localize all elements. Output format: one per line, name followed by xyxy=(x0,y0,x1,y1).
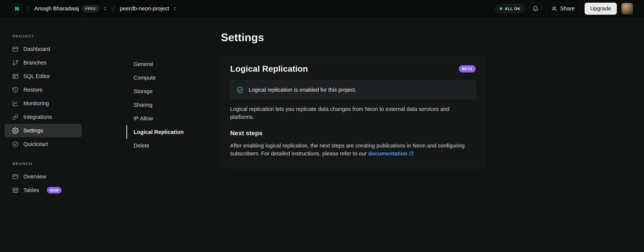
sql-editor-icon xyxy=(12,73,19,80)
documentation-link-label: documentation xyxy=(368,150,408,156)
sidebar-item-label: Dashboard xyxy=(24,46,50,52)
integrations-icon xyxy=(12,114,19,120)
page-title: Settings xyxy=(221,31,264,44)
sidebar: PROJECT Dashboard Branches SQL Editor Re… xyxy=(0,17,86,252)
documentation-link[interactable]: documentation xyxy=(368,150,414,156)
card-description: Logical replication lets you replicate d… xyxy=(230,105,472,121)
sidebar-item-label: Restore xyxy=(24,87,43,93)
sidebar-item-branches[interactable]: Branches xyxy=(4,56,82,70)
check-circle-icon xyxy=(12,141,19,148)
header-actions: ALL OK Share Upgrade xyxy=(495,3,633,15)
breadcrumb-org[interactable]: Amogh Bharadwaj FREE xyxy=(34,5,107,12)
sidebar-item-settings[interactable]: Settings xyxy=(4,124,82,137)
top-bar: / Amogh Bharadwaj FREE / peerdb-neon-pro… xyxy=(0,0,644,17)
sidebar-item-restore[interactable]: Restore xyxy=(4,83,82,96)
neon-logo[interactable] xyxy=(12,4,22,14)
breadcrumb-project[interactable]: peerdb-neon-project xyxy=(120,6,177,12)
logical-replication-card: Logical Replication BETA Logical replica… xyxy=(221,56,485,168)
sidebar-item-label: Quickstart xyxy=(24,141,48,147)
breadcrumb: / Amogh Bharadwaj FREE / peerdb-neon-pro… xyxy=(12,4,177,14)
status-label: ALL OK xyxy=(505,6,521,11)
status-dot xyxy=(500,7,502,10)
sidebar-item-quickstart[interactable]: Quickstart xyxy=(4,137,82,151)
upgrade-button[interactable]: Upgrade xyxy=(584,3,617,15)
breadcrumb-separator: / xyxy=(26,5,30,12)
main-content: Settings General Compute Storage Sharing… xyxy=(86,17,644,252)
settings-nav-compute[interactable]: Compute xyxy=(126,71,184,84)
plan-badge: FREE xyxy=(82,5,99,12)
avatar[interactable] xyxy=(621,3,633,14)
org-name: Amogh Bharadwaj xyxy=(34,6,79,12)
project-name: peerdb-neon-project xyxy=(120,6,169,12)
next-steps-text: After enabling logical replication, the … xyxy=(230,142,472,158)
sidebar-item-label: Settings xyxy=(24,128,43,134)
settings-nav-storage[interactable]: Storage xyxy=(126,84,184,98)
sidebar-section-branch: BRANCH xyxy=(12,162,86,166)
sidebar-item-dashboard[interactable]: Dashboard xyxy=(4,42,82,56)
settings-nav-sharing[interactable]: Sharing xyxy=(126,98,184,112)
sidebar-section-project: PROJECT xyxy=(12,34,86,38)
restore-history-icon xyxy=(12,86,19,93)
new-badge: NEW xyxy=(47,187,62,194)
external-link-icon xyxy=(409,151,414,156)
chevron-updown-icon xyxy=(102,6,108,11)
bell-icon xyxy=(532,6,538,12)
sidebar-item-sql-editor[interactable]: SQL Editor xyxy=(4,70,82,83)
next-steps-body: After enabling logical replication, the … xyxy=(230,142,464,156)
share-button[interactable]: Share xyxy=(546,3,580,15)
sidebar-item-label: Integrations xyxy=(24,114,52,120)
settings-nav-logical-replication[interactable]: Logical Replication xyxy=(126,125,184,139)
success-alert: Logical replication is enabled for this … xyxy=(230,80,476,99)
sidebar-item-label: Overview xyxy=(24,174,46,180)
sidebar-item-overview[interactable]: Overview xyxy=(4,170,82,183)
neon-logo-icon xyxy=(14,6,20,12)
settings-nav-ip-allow[interactable]: IP Allow xyxy=(126,112,184,125)
dashboard-icon xyxy=(12,46,19,52)
sidebar-item-label: SQL Editor xyxy=(24,73,50,80)
sidebar-item-label: Tables xyxy=(24,187,39,193)
sidebar-item-integrations[interactable]: Integrations xyxy=(4,110,82,124)
status-badge[interactable]: ALL OK xyxy=(495,4,525,14)
sidebar-item-label: Monitoring xyxy=(24,100,49,106)
overview-icon xyxy=(12,173,19,180)
card-header: Logical Replication BETA xyxy=(230,64,476,74)
chevron-updown-icon xyxy=(172,6,177,11)
alert-text: Logical replication is enabled for this … xyxy=(248,87,356,93)
sidebar-item-label: Branches xyxy=(24,60,46,66)
sidebar-item-monitoring[interactable]: Monitoring xyxy=(4,96,82,110)
beta-badge: BETA xyxy=(459,65,476,72)
breadcrumb-separator: / xyxy=(112,5,115,12)
people-icon xyxy=(552,6,557,12)
settings-nav-delete[interactable]: Delete xyxy=(126,139,184,152)
gear-icon xyxy=(12,127,19,134)
share-label: Share xyxy=(560,6,574,12)
settings-nav-general[interactable]: General xyxy=(126,57,184,71)
check-circle-icon xyxy=(236,86,244,94)
next-steps-heading: Next steps xyxy=(230,130,476,137)
notifications-button[interactable] xyxy=(530,3,542,15)
settings-section-nav: General Compute Storage Sharing IP Allow… xyxy=(126,57,184,152)
card-title: Logical Replication xyxy=(230,64,308,74)
git-branch-icon xyxy=(12,60,19,66)
tables-icon xyxy=(12,187,19,194)
sidebar-item-tables[interactable]: Tables NEW xyxy=(4,183,82,197)
monitoring-chart-icon xyxy=(12,100,19,107)
